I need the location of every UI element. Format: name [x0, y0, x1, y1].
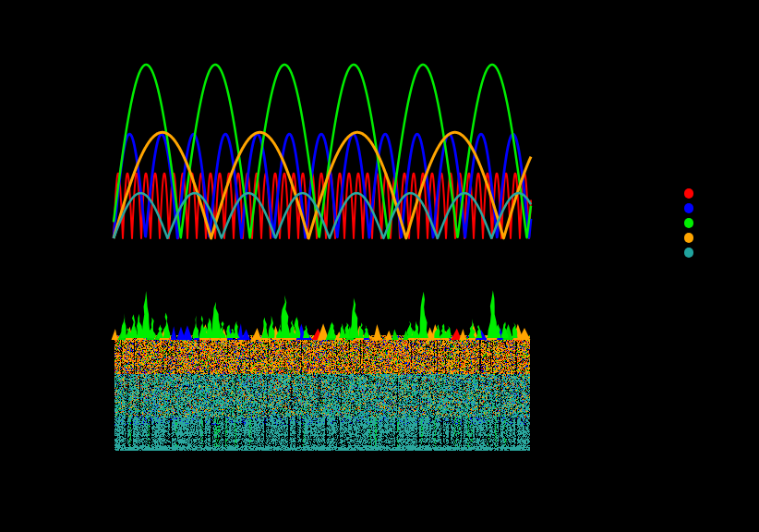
legend-marker-teal [684, 248, 694, 258]
figure [0, 0, 759, 532]
chart-canvas [0, 0, 759, 532]
legend-marker-blue [684, 203, 694, 213]
legend-marker-red [684, 188, 694, 199]
legend-marker-green [684, 218, 694, 228]
legend-marker-orange [684, 233, 694, 243]
